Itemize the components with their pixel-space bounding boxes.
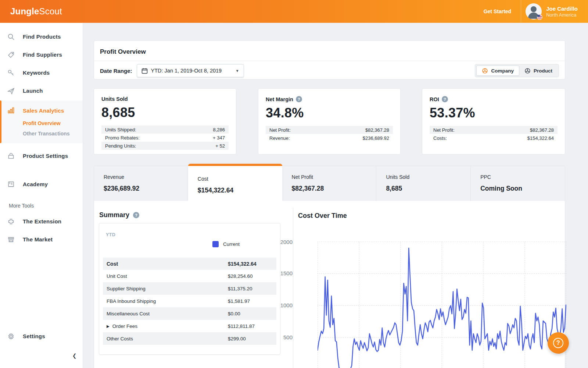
- y-axis-tick: 1500: [274, 270, 293, 276]
- sidebar-item-the-market[interactable]: The Market: [0, 230, 83, 248]
- gear-icon: [7, 333, 15, 340]
- roi-card: ROI ? 53.37% Net Profit:$82,367.28 Costs…: [422, 88, 565, 155]
- company-toggle-label: Company: [491, 68, 514, 74]
- table-row: FBA Inbound Shipping$1,581.97: [103, 295, 276, 307]
- cost-over-time-svg: [318, 239, 566, 368]
- chevron-down-icon: ▼: [236, 69, 239, 73]
- tab-units-sold[interactable]: Units Sold8,685: [376, 166, 470, 201]
- paper-plane-icon: [7, 87, 15, 95]
- sidebar-subitem-profit-overview[interactable]: Profit Overview: [0, 118, 83, 128]
- company-toggle-button[interactable]: Company: [476, 66, 519, 76]
- help-icon[interactable]: ?: [296, 96, 302, 102]
- summary-title: Summary: [99, 211, 129, 219]
- company-icon: [482, 68, 488, 74]
- sidebar-active-section: Sales Analytics Profit Overview Other Tr…: [0, 100, 83, 143]
- book-icon: [7, 181, 15, 188]
- table-row-expandable[interactable]: ▶Order Fees $112,811.87: [103, 320, 276, 332]
- table-header-row: Cost $154,322.64: [103, 258, 276, 270]
- tag-icon: [7, 51, 15, 59]
- stat-row: Net Profit:$82,367.28: [266, 126, 393, 134]
- units-sold-value: 8,685: [101, 105, 229, 120]
- logo-light: Scout: [39, 6, 62, 16]
- page-title: Profit Overview: [94, 41, 565, 61]
- logo-bold: Jungle: [10, 6, 39, 16]
- storefront-icon: [7, 236, 15, 243]
- get-started-link[interactable]: Get Started: [474, 8, 521, 14]
- sidebar-item-label: Launch: [23, 88, 43, 94]
- chart-title: Cost Over Time: [298, 212, 347, 220]
- sidebar-item-academy[interactable]: Academy: [0, 175, 83, 193]
- tab-net-profit[interactable]: Net Profit$82,367.28: [282, 166, 376, 201]
- user-name: Joe Cardillo: [546, 6, 578, 12]
- sidebar-item-label: Academy: [23, 181, 48, 187]
- tab-revenue[interactable]: Revenue$236,689.92: [94, 166, 188, 201]
- main-content: Profit Overview Date Range: YTD: Jan 1, …: [83, 23, 588, 368]
- jungle-scout-logo[interactable]: JungleScout: [10, 6, 62, 17]
- stat-row: Costs:$154,322.64: [430, 134, 557, 142]
- stat-row: Promo Rebates:+ 347: [101, 134, 229, 142]
- y-axis-tick: 500: [274, 334, 293, 340]
- product-toggle-label: Product: [534, 68, 552, 74]
- sidebar-item-launch[interactable]: Launch: [0, 82, 83, 100]
- sidebar-item-label: Product Settings: [23, 153, 68, 159]
- user-region: North America: [546, 12, 578, 18]
- sidebar-item-label: Find Products: [23, 33, 61, 40]
- key-icon: [7, 69, 15, 77]
- calendar-icon: [141, 68, 148, 74]
- product-icon: [524, 68, 531, 74]
- avatar[interactable]: [526, 3, 542, 20]
- sidebar-item-label: Sales Analytics: [23, 107, 64, 114]
- stat-row: Pending Units:+ 52: [101, 142, 229, 150]
- bar-chart-icon: [7, 107, 15, 114]
- user-menu[interactable]: Joe Cardillo North America: [521, 3, 588, 20]
- product-toggle-button[interactable]: Product: [519, 66, 557, 76]
- us-flag-icon: [537, 14, 542, 20]
- profit-overview-card: Profit Overview Date Range: YTD: Jan 1, …: [94, 40, 565, 79]
- vertical-divider: [293, 208, 293, 368]
- sidebar-item-the-extension[interactable]: The Extension: [0, 212, 83, 230]
- scope-toggle: Company Product: [475, 64, 559, 77]
- sidebar-item-settings[interactable]: Settings: [0, 327, 83, 345]
- sidebar-item-sales-analytics[interactable]: Sales Analytics: [0, 103, 83, 118]
- stat-row: Revenue:$236,689.92: [266, 134, 393, 142]
- stat-row: Units Shipped:8,286: [101, 125, 229, 134]
- summary-card: YTD Current Cost $154,322.64 Unit Cost$2…: [99, 223, 280, 355]
- period-label: YTD: [99, 223, 280, 237]
- sidebar-item-find-products[interactable]: Find Products: [0, 28, 83, 46]
- net-margin-value: 34.8%: [266, 105, 393, 121]
- y-axis-tick: 2000: [274, 239, 293, 245]
- y-axis-tick: 1000: [274, 302, 293, 308]
- question-mark-icon: ?: [553, 338, 563, 348]
- expand-triangle-icon[interactable]: ▶: [107, 324, 110, 328]
- table-row: Supplier Shipping$11,375.20: [103, 282, 276, 295]
- date-range-dropdown[interactable]: YTD: Jan 1, 2019-Oct 8, 2019 ▼: [137, 64, 244, 77]
- tab-cost[interactable]: Cost$154,322.64: [188, 164, 282, 201]
- sidebar-item-label: The Extension: [23, 218, 61, 224]
- tab-ppc[interactable]: PPCComing Soon: [470, 166, 565, 201]
- stat-title: ROI: [430, 96, 439, 102]
- date-range-label: Date Range:: [100, 68, 132, 74]
- help-icon[interactable]: ?: [442, 96, 448, 102]
- search-icon: [7, 33, 15, 40]
- sidebar-item-product-settings[interactable]: Product Settings: [0, 147, 83, 165]
- table-row: Other Costs$299.00: [103, 332, 276, 345]
- chart-legend: Current: [212, 241, 240, 247]
- help-fab-button[interactable]: ?: [548, 332, 569, 354]
- sidebar-item-find-suppliers[interactable]: Find Suppliers: [0, 46, 83, 64]
- sidebar-item-label: Find Suppliers: [23, 52, 62, 58]
- stat-row: Net Profit:$82,367.28: [430, 126, 557, 134]
- sidebar-item-label: Settings: [23, 333, 45, 339]
- sidebar-item-keywords[interactable]: Keywords: [0, 64, 83, 82]
- bag-icon: [7, 152, 15, 160]
- legend-label: Current: [223, 241, 240, 247]
- sidebar: Find Products Find Suppliers Keywords La…: [0, 23, 83, 368]
- cost-over-time-chart[interactable]: [318, 239, 566, 368]
- extension-icon: [7, 218, 15, 225]
- sidebar-item-label: Keywords: [23, 70, 50, 76]
- sidebar-subitem-other-transactions[interactable]: Other Transactions: [0, 128, 83, 139]
- stat-title: Units Sold: [101, 96, 128, 102]
- help-icon[interactable]: ?: [133, 212, 139, 218]
- metric-tabs: Revenue$236,689.92 Cost$154,322.64 Net P…: [94, 166, 565, 201]
- top-header: JungleScout Get Started Joe Cardillo Nor…: [0, 0, 588, 23]
- sidebar-collapse-chevron-icon[interactable]: ‹: [73, 348, 76, 364]
